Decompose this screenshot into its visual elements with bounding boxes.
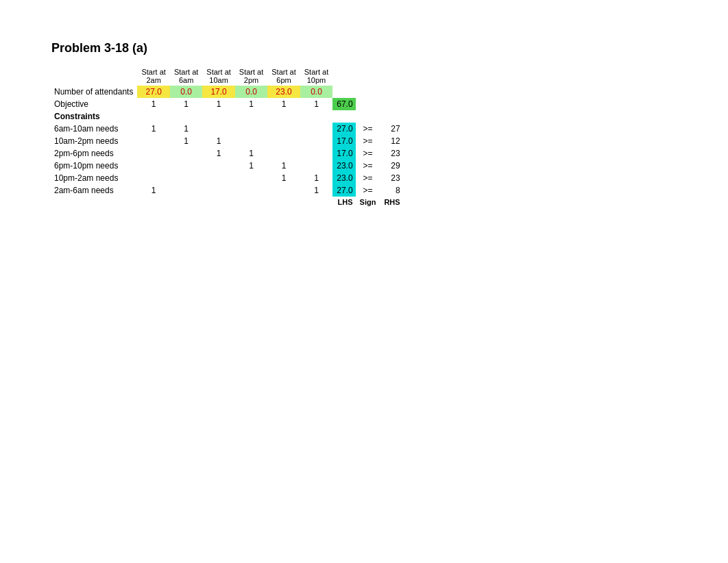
col-header-10pm: Start at10pm <box>300 66 332 86</box>
cell-2am6am-lhs: 27.0 <box>332 184 355 197</box>
cell-10pm2am-rhs: 23 <box>380 172 402 184</box>
cell-10am2pm-10am: 1 <box>202 135 234 147</box>
footer-rhs-label: RHS <box>380 197 402 208</box>
cell-attendants-lhs <box>332 86 355 98</box>
table-row: Number of attendants 27.0 0.0 17.0 0.0 2… <box>51 86 403 98</box>
cell-empty <box>235 110 267 123</box>
cell-6am10am-10pm <box>300 123 332 135</box>
cell-2pm6pm-sign: >= <box>356 147 380 160</box>
cell-empty <box>380 110 402 123</box>
cell-10pm2am-10am <box>202 172 234 184</box>
row-label-10am-2pm: 10am-2pm needs <box>51 135 137 147</box>
cell-6pm10pm-2am <box>137 160 169 172</box>
cell-2am6am-10pm: 1 <box>300 184 332 197</box>
cell-10pm2am-6am <box>170 172 202 184</box>
cell-empty <box>356 110 380 123</box>
col-header-rhs <box>380 66 402 86</box>
footer-empty <box>202 197 234 208</box>
table-row: 10pm-2am needs 1 1 23.0 >= 23 <box>51 172 403 184</box>
row-label-2am-6am: 2am-6am needs <box>51 184 137 197</box>
cell-10pm2am-sign: >= <box>356 172 380 184</box>
cell-obj-rhs <box>380 98 402 110</box>
cell-10pm2am-10pm: 1 <box>300 172 332 184</box>
cell-6am10am-6pm <box>267 123 300 135</box>
cell-10am2pm-6pm <box>267 135 300 147</box>
cell-10am2pm-lhs: 17.0 <box>332 135 355 147</box>
cell-obj-6am: 1 <box>170 98 202 110</box>
cell-6pm10pm-6pm: 1 <box>267 160 300 172</box>
cell-attendants-2pm: 0.0 <box>235 86 267 98</box>
table-row: Objective 1 1 1 1 1 1 67.0 <box>51 98 403 110</box>
cell-6pm10pm-rhs: 29 <box>380 160 402 172</box>
col-header-6pm: Start at6pm <box>267 66 300 86</box>
cell-empty <box>332 110 355 123</box>
cell-6am10am-2pm <box>235 123 267 135</box>
cell-empty <box>300 110 332 123</box>
cell-obj-6pm: 1 <box>267 98 300 110</box>
table-row: 6am-10am needs 1 1 27.0 >= 27 <box>51 123 403 135</box>
footer-empty <box>170 197 202 208</box>
cell-attendants-10am: 17.0 <box>202 86 234 98</box>
cell-6am10am-rhs: 27 <box>380 123 402 135</box>
cell-empty <box>170 110 202 123</box>
cell-obj-10pm: 1 <box>300 98 332 110</box>
col-header-lhs <box>332 66 355 86</box>
col-header-2am: Start at2am <box>137 66 169 86</box>
table-row: 2am-6am needs 1 1 27.0 >= 8 <box>51 184 403 197</box>
cell-2pm6pm-lhs: 17.0 <box>332 147 355 160</box>
footer-empty <box>137 197 169 208</box>
table-row: 2pm-6pm needs 1 1 17.0 >= 23 <box>51 147 403 160</box>
cell-6pm10pm-2pm: 1 <box>235 160 267 172</box>
row-label-10pm-2am: 10pm-2am needs <box>51 172 137 184</box>
cell-6pm10pm-10am <box>202 160 234 172</box>
cell-obj-2pm: 1 <box>235 98 267 110</box>
main-table: Start at2am Start at6am Start at10am Sta… <box>51 66 403 208</box>
cell-10am2pm-2pm <box>235 135 267 147</box>
cell-attendants-6am: 0.0 <box>170 86 202 98</box>
cell-2pm6pm-10pm <box>300 147 332 160</box>
cell-2pm6pm-6am <box>170 147 202 160</box>
cell-2am6am-10am <box>202 184 234 197</box>
cell-attendants-6pm: 23.0 <box>267 86 300 98</box>
table-footer-row: LHS Sign RHS <box>51 197 403 208</box>
cell-6am10am-10am <box>202 123 234 135</box>
row-label-attendants: Number of attendants <box>51 86 137 98</box>
cell-10pm2am-2am <box>137 172 169 184</box>
row-label-header <box>51 66 137 86</box>
row-label-objective: Objective <box>51 98 137 110</box>
cell-obj-sign <box>356 98 380 110</box>
cell-10am2pm-6am: 1 <box>170 135 202 147</box>
col-header-10am: Start at10am <box>202 66 234 86</box>
cell-attendants-10pm: 0.0 <box>300 86 332 98</box>
cell-10pm2am-6pm: 1 <box>267 172 300 184</box>
cell-2pm6pm-10am: 1 <box>202 147 234 160</box>
cell-obj-10am: 1 <box>202 98 234 110</box>
cell-2pm6pm-6pm <box>267 147 300 160</box>
cell-empty <box>137 110 169 123</box>
cell-attendants-2am: 27.0 <box>137 86 169 98</box>
cell-6pm10pm-6am <box>170 160 202 172</box>
cell-2pm6pm-2pm: 1 <box>235 147 267 160</box>
table-row: 6pm-10pm needs 1 1 23.0 >= 29 <box>51 160 403 172</box>
cell-6pm10pm-lhs: 23.0 <box>332 160 355 172</box>
cell-10am2pm-2am <box>137 135 169 147</box>
col-header-6am: Start at6am <box>170 66 202 86</box>
cell-2pm6pm-rhs: 23 <box>380 147 402 160</box>
row-label-2pm-6pm: 2pm-6pm needs <box>51 147 137 160</box>
footer-sign-label: Sign <box>356 197 380 208</box>
cell-attendants-sign <box>356 86 380 98</box>
cell-empty <box>202 110 234 123</box>
cell-2am6am-2pm <box>235 184 267 197</box>
cell-attendants-rhs <box>380 86 402 98</box>
cell-10am2pm-10pm <box>300 135 332 147</box>
cell-6am10am-sign: >= <box>356 123 380 135</box>
page-container: Problem 3-18 (a) Start at2am Start at6am… <box>0 0 728 208</box>
cell-2am6am-sign: >= <box>356 184 380 197</box>
row-label-constraints: Constraints <box>51 110 137 123</box>
cell-10pm2am-2pm <box>235 172 267 184</box>
cell-10am2pm-sign: >= <box>356 135 380 147</box>
cell-2pm6pm-2am <box>137 147 169 160</box>
footer-lhs-label: LHS <box>332 197 355 208</box>
col-header-sign <box>356 66 380 86</box>
cell-2am6am-2am: 1 <box>137 184 169 197</box>
